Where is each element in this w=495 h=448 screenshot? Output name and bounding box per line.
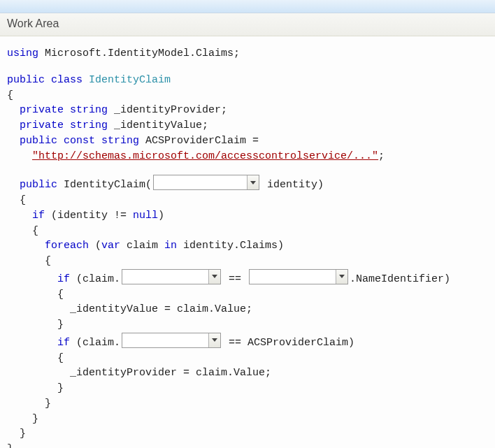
claim-compare-dropdown[interactable] <box>249 269 348 284</box>
kw-string: string <box>70 104 108 116</box>
const-decl-line: public const string ACSProviderClaim = <box>7 133 488 149</box>
kw-private: private <box>20 120 64 131</box>
eq1: == <box>222 273 248 285</box>
class-name: IdentityClaim <box>89 74 171 86</box>
kw-if: if <box>32 210 45 222</box>
kw-private: private <box>20 104 64 116</box>
class-close-brace: } <box>7 442 488 448</box>
using-line: using Microsoft.IdentityModel.Claims; <box>7 46 488 62</box>
foreach-close-brace: } <box>7 396 488 412</box>
kw-string: string <box>101 135 139 147</box>
if2-close-brace: } <box>7 381 488 396</box>
foreach-mid2: identity.Claims) <box>177 240 284 252</box>
field-identity-value: private string _identityValue; <box>7 118 488 133</box>
using-namespace: Microsoft.IdentityModel.Claims; <box>45 48 240 59</box>
foreach-mid1: claim <box>120 240 164 252</box>
kw-var: var <box>101 240 120 252</box>
chevron-down-icon <box>247 175 259 189</box>
nameid-close: .NameIdentifier) <box>350 273 450 285</box>
ctor-line: public IdentityClaim( identity) <box>7 175 488 193</box>
kw-class: class <box>51 74 82 86</box>
if-null-open-brace: { <box>7 224 488 239</box>
kw-public: public <box>20 135 57 147</box>
foreach-open-brace: { <box>7 254 488 269</box>
acs-close: == ACSProviderClaim) <box>222 337 354 349</box>
kw-using: using <box>7 48 38 59</box>
if-acsprovider-line: if (claim. == ACSProviderClaim) <box>7 333 488 351</box>
foreach-line: foreach (var claim in identity.Claims) <box>7 238 488 254</box>
if1-open: (claim. <box>76 273 120 285</box>
assign-identity-value: _identityValue = claim.Value; <box>7 302 488 317</box>
class-open-brace: { <box>7 88 488 103</box>
claim-property-dropdown-1[interactable] <box>122 269 221 284</box>
chevron-down-icon <box>208 270 220 284</box>
if-nameidentifier-line: if (claim. == .NameIdentifier) <box>7 269 488 287</box>
assign-identity-provider: _identityProvider = claim.Value; <box>7 366 488 381</box>
kw-public: public <box>20 179 57 191</box>
kw-if: if <box>57 273 70 285</box>
param-type-dropdown[interactable] <box>153 175 259 190</box>
ctor-close-param: identity) <box>261 179 324 191</box>
ctor-close-brace: } <box>7 426 488 442</box>
ctor-open-brace: { <box>7 193 488 208</box>
kw-public: public <box>7 74 45 86</box>
field1-name: _identityProvider; <box>114 104 227 116</box>
if1-open-brace: { <box>7 287 488 303</box>
field-identity-provider: private string _identityProvider; <box>7 103 488 118</box>
const-semicolon: ; <box>378 150 385 162</box>
kw-foreach: foreach <box>45 240 89 252</box>
work-area-title: Work Area <box>7 17 59 29</box>
kw-in: in <box>164 240 177 252</box>
if2-open: (claim. <box>76 337 120 349</box>
code-editor: using Microsoft.IdentityModel.Claims; pu… <box>0 36 495 448</box>
claim-property-dropdown-2[interactable] <box>122 333 221 348</box>
if1-close-brace: } <box>7 317 488 333</box>
cond-close: ) <box>158 210 164 222</box>
class-decl-line: public class IdentityClaim <box>7 73 488 88</box>
field2-name: _identityValue; <box>114 120 208 131</box>
kw-null: null <box>133 210 158 222</box>
top-accent-band <box>0 0 495 13</box>
chevron-down-icon <box>336 270 347 284</box>
const-name: ACSProviderClaim = <box>145 135 259 147</box>
if-null-close-brace: } <box>7 412 488 427</box>
kw-string: string <box>70 120 108 131</box>
if2-open-brace: { <box>7 351 488 366</box>
const-value: "http://schemas.microsoft.com/accesscont… <box>32 150 378 162</box>
cond-open: (identity != <box>51 210 133 222</box>
kw-const: const <box>64 135 95 147</box>
chevron-down-icon <box>208 333 220 347</box>
kw-if: if <box>57 337 70 349</box>
const-value-line: "http://schemas.microsoft.com/accesscont… <box>7 149 488 164</box>
work-area-header: Work Area <box>0 13 495 36</box>
foreach-open-a: ( <box>95 240 101 252</box>
if-null-line: if (identity != null) <box>7 208 488 224</box>
ctor-open: IdentityClaim( <box>64 179 152 191</box>
